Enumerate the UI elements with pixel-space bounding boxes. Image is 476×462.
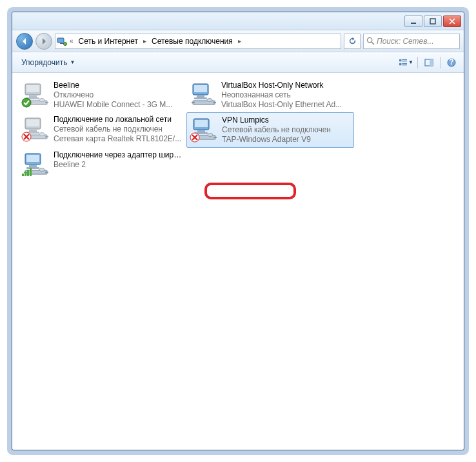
network-icon [57,36,67,46]
preview-pane-button[interactable] [422,55,436,70]
check-icon [21,97,32,108]
svg-rect-12 [402,65,407,65]
chevron-right-icon: « [68,37,75,45]
view-button[interactable]: ▼ [399,55,413,70]
toolbar: Упорядочить ▼ ▼ ? [12,52,464,73]
explorer-window: « Сеть и Интернет ▸ Сетевые подключения … [12,12,464,450]
svg-rect-7 [399,59,401,61]
svg-rect-2 [57,38,64,43]
network-adapter-icon [191,115,217,141]
separator [440,57,441,68]
connection-item-vpn-lumpics[interactable]: VPN LumpicsСетевой кабель не подключенTA… [186,112,354,148]
forward-button[interactable] [35,33,52,50]
close-button[interactable] [443,15,461,27]
connection-status: Неопознанная сеть [221,90,342,100]
svg-text:?: ? [449,58,453,66]
signal-bars-icon [21,167,32,177]
svg-rect-9 [402,60,407,61]
content-area: BeelineОтключеноHUAWEI Mobile Connect - … [12,73,464,450]
connection-item-lan[interactable]: Подключение по локальной сетиСетевой каб… [19,112,186,148]
connection-status: Сетевой кабель не подключен [54,125,181,134]
svg-rect-10 [399,63,401,65]
connection-device: VirtualBox Host-Only Ethernet Ad... [221,100,342,110]
network-adapter-icon [23,115,48,141]
breadcrumb[interactable]: « Сеть и Интернет ▸ Сетевые подключения … [55,34,341,49]
chevron-down-icon: ▼ [408,59,413,65]
search-placeholder: Поиск: Сетев... [377,37,434,46]
connection-status: Сетевой кабель не подключен [222,125,331,135]
breadcrumb-seg-1[interactable]: Сеть и Интернет [76,34,141,48]
separator [417,57,418,68]
network-adapter-icon [23,81,48,106]
chevron-right-icon: ▸ [142,37,148,45]
connection-text: BeelineОтключеноHUAWEI Mobile Connect - … [54,81,172,110]
svg-rect-8 [402,59,407,59]
connection-title: Beeline [54,81,172,90]
navbar: « Сеть и Интернет ▸ Сетевые подключения … [12,30,464,52]
organize-button[interactable]: Упорядочить ▼ [17,56,79,69]
connection-text: VPN LumpicsСетевой кабель не подключенTA… [222,115,331,145]
help-button[interactable]: ? [444,55,459,70]
highlight-annotation [204,183,296,199]
breadcrumb-seg-2[interactable]: Сетевые подключения [149,34,235,48]
connection-device: TAP-Windows Adapter V9 [222,135,331,145]
search-icon [366,37,375,45]
connection-text: Подключение по локальной сетиСетевой каб… [54,115,181,145]
svg-rect-11 [402,63,407,63]
svg-line-6 [372,42,374,45]
svg-rect-0 [411,23,416,24]
chevron-right-icon: ▸ [237,37,243,45]
network-adapter-icon [23,150,48,176]
connection-text: VirtualBox Host-Only NetworkНеопознанная… [221,81,342,110]
organize-label: Упорядочить [21,58,67,67]
search-input[interactable]: Поиск: Сетев... [363,34,460,49]
connection-device: Сетевая карта Realtek RTL8102E/... [54,134,181,144]
x-icon [190,132,200,143]
connection-title: Подключение по локальной сети [54,115,181,125]
x-icon [21,132,32,142]
maximize-button[interactable] [424,15,442,27]
connection-status: Beeline 2 [54,160,183,170]
connection-status: Отключено [54,90,172,100]
connection-text: Подключение через адаптер широкополосной… [54,150,183,176]
connection-title: Подключение через адаптер широкополосной… [54,150,183,160]
chevron-down-icon: ▼ [70,59,75,65]
connection-title: VPN Lumpics [222,115,331,125]
connection-device: HUAWEI Mobile Connect - 3G M... [54,100,172,110]
svg-point-4 [64,42,67,45]
svg-point-5 [367,37,372,42]
refresh-button[interactable] [344,34,361,49]
connection-title: VirtualBox Host-Only Network [221,81,342,90]
connection-item-vbox[interactable]: VirtualBox Host-Only NetworkНеопознанная… [186,78,354,112]
svg-rect-1 [430,19,435,24]
network-adapter-icon [190,81,216,106]
minimize-button[interactable] [404,15,422,27]
connection-item-beeline[interactable]: BeelineОтключеноHUAWEI Mobile Connect - … [19,78,186,112]
svg-rect-14 [430,59,433,66]
back-button[interactable] [16,33,33,50]
titlebar [12,12,464,30]
connection-item-broadband[interactable]: Подключение через адаптер широкополосной… [19,148,186,179]
